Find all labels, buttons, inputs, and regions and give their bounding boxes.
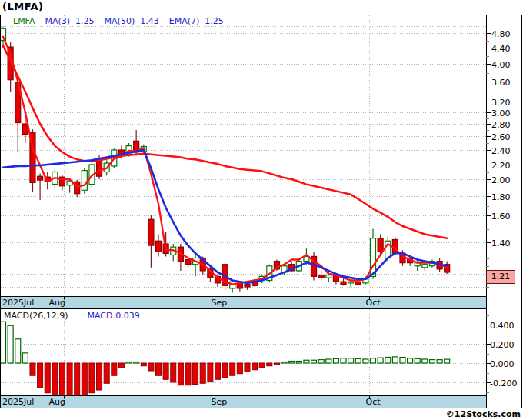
axis-tick-label: 2.60: [491, 132, 511, 142]
macd-bar: [326, 359, 331, 363]
macd-bar: [22, 353, 28, 363]
macd-bar: [97, 363, 102, 390]
macd-bar: [59, 363, 65, 398]
macd-bar: [215, 363, 220, 379]
price-legend: LMFAMA(3)1.25MA(50)1.43EMA(7)1.25: [13, 16, 234, 26]
axis-tick-label: 2.40: [491, 146, 511, 156]
macd-bar: [185, 363, 191, 385]
macd-bar: [274, 363, 279, 365]
month-label: Oct: [365, 298, 381, 308]
macd-bar: [371, 358, 376, 363]
macd-bar: [67, 363, 72, 398]
candle-body: [318, 275, 324, 278]
ma50-label: MA(50): [105, 16, 135, 26]
candle: [178, 244, 183, 271]
macd-bar: [134, 362, 139, 364]
macd-bar: [178, 363, 183, 385]
gridlines: [1, 15, 486, 395]
macd-bar: [208, 363, 213, 382]
ma50-value: 1.43: [140, 16, 159, 26]
candle: [318, 271, 324, 281]
candle-body: [82, 171, 87, 191]
ema7-value: 1.25: [205, 16, 224, 26]
macd-bar: [141, 363, 146, 366]
axis-tick-label: 0.000: [490, 359, 515, 369]
candle-body: [348, 282, 354, 283]
candle: [193, 255, 198, 276]
macd-bar: [304, 360, 309, 363]
candle: [59, 175, 65, 190]
axis-tick-label: 0.400: [490, 321, 515, 331]
macd-bar: [422, 359, 428, 363]
macd-bar: [296, 362, 301, 364]
ema7-label: EMA(7): [169, 16, 200, 26]
macd-bar: [259, 363, 265, 368]
candle-body: [97, 158, 102, 176]
macd-bar: [89, 363, 95, 393]
macd-bar: [437, 360, 442, 363]
stock-chart-page: (LMFA) 2025JulAugSepOct2025JulAugSepOct4…: [0, 0, 523, 420]
candle: [156, 235, 162, 257]
macd-bar: [311, 360, 317, 363]
macd-bar: [355, 358, 361, 363]
axis-tick-label: 0.200: [490, 340, 515, 350]
macd-bar: [385, 358, 391, 364]
axis-tick-label: 1.40: [491, 238, 511, 248]
month-label: Oct: [365, 397, 381, 407]
candle-body: [355, 282, 361, 284]
macd-bar: [148, 363, 154, 371]
macd-bar: [112, 363, 117, 375]
macd-bar: [252, 363, 258, 370]
candle: [148, 215, 154, 268]
macd-bar: [193, 363, 198, 385]
macd-params-label: MACD(26,12,9): [4, 311, 68, 321]
last-price-tag: 1.21: [486, 270, 515, 284]
candle: [171, 244, 176, 262]
candle-body: [185, 260, 191, 265]
macd-bar: [400, 358, 405, 364]
price-chart: 2025JulAugSepOct2025JulAugSepOct4.804.40…: [0, 0, 523, 420]
macd-bar: [163, 363, 168, 379]
candle: [75, 180, 80, 197]
macd-bar: [15, 339, 21, 363]
macd-bar: [45, 363, 50, 393]
macd-bar: [333, 358, 338, 363]
axis-tick-label: 4.80: [491, 29, 511, 39]
axis-tick-label: 1.60: [491, 212, 511, 222]
axis-tick-label: 2.80: [491, 120, 511, 130]
axis-tick-label: 4.00: [491, 60, 511, 70]
month-label: 2025Jul: [2, 298, 34, 308]
macd-bar: [392, 357, 398, 363]
macd-bar: [267, 363, 272, 366]
macd-legend: MACD(26,12,9)MACD:0.039: [4, 311, 140, 321]
macd-bar: [281, 362, 287, 364]
macd-bar: [289, 362, 295, 364]
ma3-label: MA(3): [45, 16, 70, 26]
macd-bar: [415, 358, 420, 363]
macd-bar: [341, 358, 346, 363]
macd-bar: [318, 360, 324, 363]
macd-bar: [363, 359, 368, 363]
month-label: Sep: [212, 397, 228, 407]
macd-bar: [38, 363, 43, 388]
macd-bar: [445, 359, 450, 363]
watermark-link[interactable]: ©12Stocks.com: [446, 409, 521, 419]
candle: [392, 237, 398, 255]
candle-body: [422, 265, 428, 268]
macd-bar: [230, 363, 235, 375]
axis-tick-label: 4.40: [491, 44, 511, 54]
candle-body: [38, 176, 43, 180]
candle-body: [148, 219, 154, 245]
candle: [82, 168, 87, 194]
date-band: [1, 297, 486, 309]
price-axis: 4.804.404.003.603.203.002.802.602.402.20…: [486, 29, 511, 288]
axis-tick-label: 3.20: [491, 98, 511, 108]
macd-bar: [52, 363, 58, 397]
macd-bar: [237, 363, 242, 374]
macd-bar: [118, 363, 124, 368]
candle-body: [245, 285, 250, 287]
axis-tick-label: 1.80: [491, 192, 511, 202]
candle-body: [341, 282, 346, 284]
ma3-value: 1.25: [75, 16, 95, 26]
macd-bar: [222, 363, 228, 378]
